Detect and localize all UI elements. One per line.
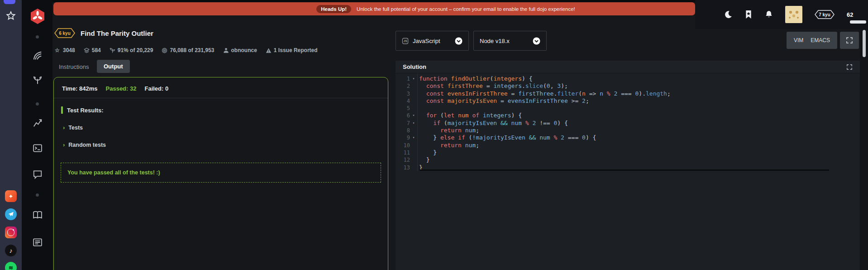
avatar[interactable] [785, 6, 802, 23]
fold-spacer [410, 105, 417, 112]
terminal-icon[interactable] [33, 143, 43, 153]
stat-author[interactable]: obnounce [223, 47, 257, 53]
runtime-select[interactable]: Node v18.x [473, 31, 547, 51]
cursor-line-strip [420, 169, 829, 171]
code-line-6[interactable]: 6▾ for (let num of integers) { [396, 112, 860, 119]
page-scrollbar-thumb[interactable] [863, 30, 866, 57]
chevron-down-icon [455, 37, 463, 45]
gutter-divider [417, 73, 418, 171]
green-bar [61, 106, 63, 114]
fold-arrow-icon[interactable]: ▾ [410, 112, 417, 119]
stat-issues-value: 1 Issue Reported [274, 47, 318, 53]
language-select-value: JavaScript [413, 38, 451, 44]
fold-spacer [410, 156, 417, 164]
fold-spacer [410, 82, 417, 90]
code-lines: 1▾function findOutlier(integers) {2 cons… [396, 75, 860, 171]
favorites-star-icon[interactable] [6, 11, 16, 21]
stat-author-value: obnounce [231, 47, 257, 53]
test-group-tests[interactable]: › Tests [63, 125, 388, 131]
line-number: 3 [396, 90, 410, 97]
browser-tab-indicator [4, 0, 15, 4]
page-scrollbar-track[interactable] [860, 29, 868, 270]
code-line-1[interactable]: 1▾function findOutlier(integers) { [396, 75, 860, 82]
vim-mode-button[interactable]: VIM [794, 37, 803, 43]
code-line-5[interactable]: 5 [396, 105, 860, 112]
fold-spacer [410, 164, 417, 171]
spark-icon: ✦ [9, 193, 14, 200]
code-line-7[interactable]: 7▾ if (majorityIsEven && num % 2 !== 0) … [396, 120, 860, 127]
fold-arrow-icon[interactable]: ▾ [410, 75, 417, 82]
telegram-icon[interactable] [5, 208, 17, 220]
kata-title: Find The Parity Outlier [81, 29, 153, 37]
test-group-random[interactable]: › Random tests [63, 142, 388, 148]
tab-instructions[interactable]: Instructions [59, 63, 89, 70]
test-group-tests-label: Tests [68, 125, 83, 131]
chevron-down-icon [533, 37, 540, 45]
stat-issues[interactable]: 1 Issue Reported [266, 47, 318, 53]
stat-collections: 584 [84, 47, 101, 53]
line-number: 11 [396, 149, 410, 156]
tiktok-icon[interactable]: ♪ [5, 245, 17, 256]
fold-spacer [410, 90, 417, 97]
test-group-random-label: Random tests [68, 142, 106, 148]
code-line-11[interactable]: 11 } [396, 149, 860, 156]
code-line-9[interactable]: 9▾ } else if (!majorityIsEven && num % 2… [396, 134, 860, 141]
line-number: 4 [396, 97, 410, 105]
codewars-logo-icon[interactable] [30, 8, 45, 24]
fold-spacer [410, 149, 417, 156]
solution-header: Solution [396, 61, 860, 73]
fold-arrow-icon[interactable]: ▾ [410, 134, 417, 141]
tab-output[interactable]: Output [97, 60, 130, 73]
expand-icon[interactable] [846, 64, 853, 70]
app-icon-orange[interactable]: ✦ [5, 190, 17, 202]
stat-stars-value: 3048 [63, 47, 75, 53]
dark-mode-moon-icon[interactable] [724, 10, 732, 19]
code-area[interactable]: 1▾function findOutlier(integers) {2 cons… [396, 73, 860, 171]
success-message: You have passed all of the tests! :) [67, 169, 160, 176]
code-line-12[interactable]: 12 } [396, 156, 860, 164]
chart-icon[interactable] [33, 118, 43, 128]
code-text: } else if (!majorityIsEven && num % 2 ==… [417, 134, 596, 141]
scroll-indicator[interactable] [850, 20, 866, 24]
code-text: const evensInFirstThree = firstThree.fil… [417, 90, 671, 97]
sprout-icon [110, 48, 115, 53]
code-text: if (majorityIsEven && num % 2 !== 0) { [417, 120, 568, 127]
rank-badge-label: 7 kyu [815, 10, 835, 19]
line-number: 12 [396, 156, 410, 164]
emacs-mode-button[interactable]: EMACS [811, 37, 830, 43]
line-number: 10 [396, 142, 410, 149]
chevron-right-icon: › [63, 142, 65, 148]
svg-text:JS: JS [403, 39, 407, 43]
speech-bubble-icon[interactable] [33, 169, 43, 179]
language-select[interactable]: JS JavaScript [396, 31, 469, 51]
line-number: 1 [396, 75, 410, 82]
star-icon: ☆ [55, 48, 61, 53]
code-line-4[interactable]: 4 const majorityIsEven = evensInFirstThr… [396, 97, 860, 105]
antlers-icon[interactable] [33, 75, 43, 85]
stat-total-completed: 76,088 of 231,953 [162, 47, 214, 53]
layers-icon [84, 48, 90, 53]
bookmark-star-icon[interactable] [744, 10, 753, 19]
newspaper-icon[interactable] [33, 237, 43, 247]
run-time: Time: 842ms [62, 85, 98, 92]
spotify-icon[interactable]: ≋ [5, 262, 17, 270]
editor-mode-switcher: VIM EMACS [787, 32, 837, 49]
stat-stars: ☆ 3048 [55, 47, 75, 53]
fullscreen-button[interactable] [840, 32, 859, 49]
notifications-bell-icon[interactable] [765, 10, 773, 19]
honor-count: 62 [847, 11, 853, 18]
codewars-sidebar [22, 0, 52, 270]
fold-arrow-icon[interactable]: ▾ [410, 120, 417, 127]
expand-icon [846, 37, 853, 44]
code-line-2[interactable]: 2 const firstThree = integers.slice(0, 3… [396, 82, 860, 90]
code-text: const firstThree = integers.slice(0, 3); [417, 82, 568, 90]
book-icon[interactable] [33, 210, 43, 220]
code-line-3[interactable]: 3 const evensInFirstThree = firstThree.f… [396, 90, 860, 97]
line-number: 7 [396, 120, 410, 127]
code-line-10[interactable]: 10 return num; [396, 142, 860, 149]
code-line-8[interactable]: 8 return num; [396, 127, 860, 134]
instagram-icon[interactable] [5, 227, 17, 238]
train-claw-icon[interactable] [33, 51, 43, 61]
user-rank-badge[interactable]: 7 kyu [815, 10, 835, 19]
chevron-right-icon: › [63, 125, 65, 130]
